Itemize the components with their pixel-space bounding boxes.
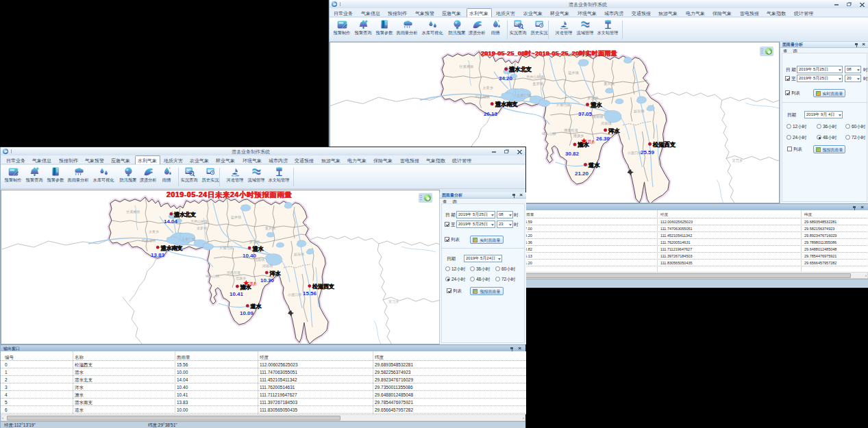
svg-text:26.30: 26.30 xyxy=(596,136,610,142)
svg-text:25.59: 25.59 xyxy=(641,149,655,155)
svg-text:21.20: 21.20 xyxy=(575,171,589,177)
svg-text:34.20: 34.20 xyxy=(499,75,513,81)
svg-text:10.30: 10.30 xyxy=(260,277,275,284)
svg-text:30.82: 30.82 xyxy=(565,151,580,157)
svg-text:14.04: 14.04 xyxy=(164,218,178,225)
svg-text:10.40: 10.40 xyxy=(243,253,257,259)
svg-text:26.13: 26.13 xyxy=(484,111,498,117)
svg-text:15.56: 15.56 xyxy=(303,290,317,297)
svg-text:10.09: 10.09 xyxy=(240,310,254,316)
svg-text:13.83: 13.83 xyxy=(151,252,165,258)
svg-text:10.41: 10.41 xyxy=(230,291,244,297)
svg-text:37.05: 37.05 xyxy=(578,111,593,117)
